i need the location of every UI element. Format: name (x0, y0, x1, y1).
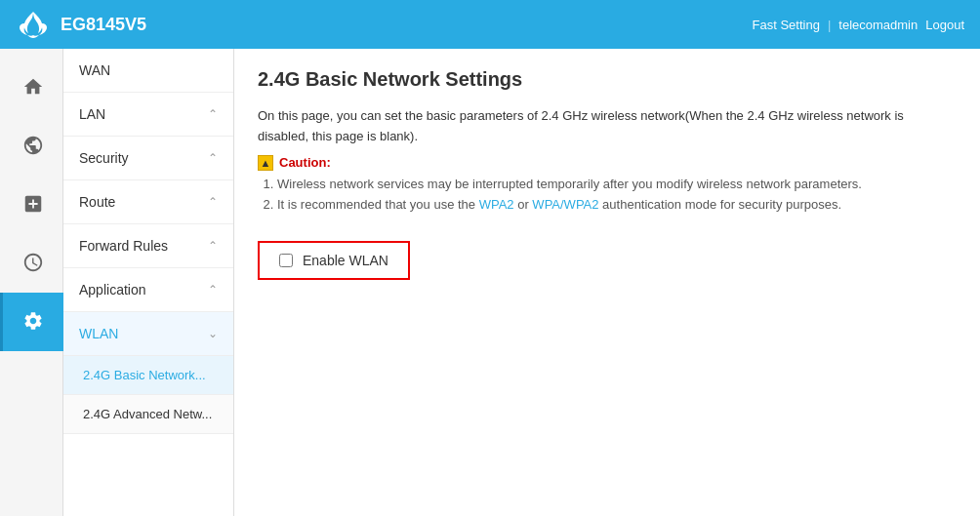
sidebar-subitem-basic-network[interactable]: 2.4G Basic Network... (63, 356, 233, 395)
warning-icon: ▲ (258, 155, 273, 171)
info-description: On this page, you can set the basic para… (258, 106, 957, 216)
nav-network[interactable] (0, 117, 63, 176)
main-content: 2.4G Basic Network Settings On this page… (234, 49, 980, 516)
notice-list: Wireless network services may be interru… (277, 175, 957, 216)
huawei-logo-icon (16, 10, 51, 39)
enable-wlan-container[interactable]: Enable WLAN (258, 241, 410, 280)
wpa-wpa2-link: WPA/WPA2 (532, 197, 598, 212)
sidebar-item-security-label: Security (79, 150, 129, 166)
nav-divider: | (828, 18, 831, 32)
sidebar-item-application-label: Application (79, 282, 146, 298)
header: EG8145V5 Fast Setting | telecomadmin Log… (0, 0, 980, 49)
sidebar-subitem-advanced-network[interactable]: 2.4G Advanced Netw... (63, 395, 233, 434)
nav-home[interactable] (0, 59, 63, 117)
sidebar-item-forward-rules-label: Forward Rules (79, 238, 168, 254)
chevron-down-icon: ⌃ (208, 283, 218, 297)
chevron-up-icon: ⌄ (208, 327, 218, 340)
sidebar-item-wlan-label: WLAN (79, 326, 118, 341)
sidebar-item-wan-label: WAN (79, 62, 110, 78)
notice-text-1: Wireless network services may be interru… (277, 177, 862, 191)
icon-nav (0, 49, 63, 516)
caution-label: Caution: (279, 153, 331, 174)
chevron-down-icon: ⌃ (208, 107, 218, 121)
nav-plus[interactable] (0, 176, 63, 234)
nav-settings[interactable] (0, 293, 63, 351)
sidebar-item-forward-rules[interactable]: Forward Rules ⌃ (63, 224, 233, 268)
brand-name: EG8145V5 (61, 15, 146, 35)
sidebar: WAN LAN ⌃ Security ⌃ Route ⌃ Forward Rul… (63, 49, 234, 516)
chevron-down-icon: ⌃ (208, 195, 218, 209)
chevron-down-icon: ⌃ (208, 151, 218, 165)
sidebar-item-wlan[interactable]: WLAN ⌄ (63, 312, 233, 356)
sidebar-item-route-label: Route (79, 194, 115, 210)
logout-link[interactable]: Logout (925, 18, 964, 32)
fast-setting-link[interactable]: Fast Setting (753, 18, 820, 32)
brand-logo: EG8145V5 (16, 10, 146, 39)
notice-item-2: It is recommended that you use the WPA2 … (277, 195, 957, 216)
sidebar-subitem-advanced-label: 2.4G Advanced Netw... (83, 407, 212, 421)
caution-line: ▲ Caution: (258, 153, 957, 174)
page-title: 2.4G Basic Network Settings (258, 68, 957, 91)
wpa2-link: WPA2 (479, 197, 514, 212)
description-text: On this page, you can set the basic para… (258, 106, 957, 147)
header-navigation: Fast Setting | telecomadmin Logout (753, 18, 964, 32)
sidebar-item-lan-label: LAN (79, 106, 105, 122)
chevron-down-icon: ⌃ (208, 239, 218, 253)
enable-wlan-label[interactable]: Enable WLAN (303, 253, 388, 268)
nav-status[interactable] (0, 234, 63, 293)
sidebar-item-route[interactable]: Route ⌃ (63, 180, 233, 224)
sidebar-subitem-basic-label: 2.4G Basic Network... (83, 368, 206, 382)
notice-item-1: Wireless network services may be interru… (277, 175, 957, 195)
sidebar-item-lan[interactable]: LAN ⌃ (63, 93, 233, 137)
sidebar-item-application[interactable]: Application ⌃ (63, 268, 233, 312)
enable-wlan-checkbox[interactable] (279, 254, 293, 267)
username-label: telecomadmin (838, 18, 918, 32)
sidebar-item-security[interactable]: Security ⌃ (63, 137, 233, 180)
main-layout: WAN LAN ⌃ Security ⌃ Route ⌃ Forward Rul… (0, 49, 980, 516)
sidebar-item-wan[interactable]: WAN (63, 49, 233, 93)
